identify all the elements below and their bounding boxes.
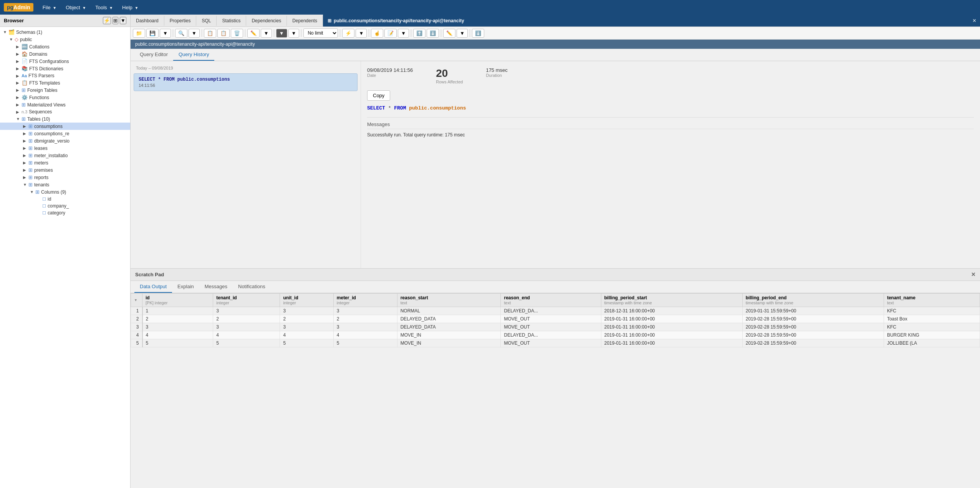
tab-data-output[interactable]: Data Output bbox=[134, 281, 172, 293]
separator-5 bbox=[301, 29, 301, 37]
col-type-unit-id: integer bbox=[283, 300, 330, 305]
col-header-id[interactable]: id [PK] integer bbox=[142, 294, 213, 307]
sidebar-item-fts-templates[interactable]: ▶ 📋 FTS Templates bbox=[0, 79, 130, 86]
tab-notifications[interactable]: Notifications bbox=[233, 281, 271, 293]
sidebar-item-collations[interactable]: ▶ 🔤 Collations bbox=[0, 43, 130, 50]
meters-arrow-icon: ▶ bbox=[23, 161, 28, 165]
find-btn[interactable]: 🔍 bbox=[175, 29, 187, 38]
menu-help[interactable]: Help ▼ bbox=[118, 3, 142, 12]
meter-installation-icon: ⊞ bbox=[28, 153, 33, 158]
format-down-btn[interactable]: ⬇️ bbox=[427, 29, 439, 38]
sidebar-filter-btn[interactable]: ▼ bbox=[120, 17, 126, 24]
table-row[interactable]: 1 1 3 3 3 NORMAL DELAYED_DA... 2018-12-3… bbox=[131, 307, 980, 315]
col-header-unit-id[interactable]: unit_id integer bbox=[280, 294, 333, 307]
format-up-btn[interactable]: ⬆️ bbox=[413, 29, 425, 38]
col-header-meter-id[interactable]: meter_id integer bbox=[333, 294, 397, 307]
run-btn[interactable]: ⚡ bbox=[342, 29, 354, 38]
scratch-pad-close-btn[interactable]: × bbox=[971, 271, 975, 279]
query-toolbar: 📁 💾 ▼ 🔍 ▼ 📋 📋 🗑️ ✏️ ▼ ▼ ▼ No limit bbox=[131, 27, 980, 40]
sidebar-item-consumptions-re[interactable]: ▶ ⊞ consumptions_re bbox=[0, 130, 130, 137]
sidebar-item-consumptions[interactable]: ▶ ⊞ consumptions bbox=[0, 123, 130, 130]
tab-properties[interactable]: Properties bbox=[164, 16, 197, 26]
table-row[interactable]: 4 4 4 4 4 MOVE_IN DELAYED_DA... 2019-01-… bbox=[131, 331, 980, 339]
history-entry-0[interactable]: SELECT * FROM public.consumptions 14:11:… bbox=[134, 73, 358, 91]
col-header-billing-start[interactable]: billing_period_start timestamp with time… bbox=[601, 294, 742, 307]
sidebar-item-fts-parsers[interactable]: ▶ Aa FTS Parsers bbox=[0, 72, 130, 79]
kw-from: FROM bbox=[394, 105, 406, 111]
cell-billing-start: 2019-01-31 16:00:00+00 bbox=[601, 323, 742, 331]
paste-btn[interactable]: 📋 bbox=[217, 29, 230, 38]
col-header-billing-end[interactable]: billing_period_end timestamp with time z… bbox=[742, 294, 884, 307]
data-table-body: 1 1 3 3 3 NORMAL DELAYED_DA... 2018-12-3… bbox=[131, 307, 980, 347]
path-tab-close[interactable]: × bbox=[969, 15, 980, 27]
sidebar-item-mat-views[interactable]: ▶ ⊞ Materialized Views bbox=[0, 101, 130, 108]
edit-btn[interactable]: ✏️ bbox=[247, 29, 260, 38]
columns-group-label: Columns (9) bbox=[41, 189, 66, 195]
sidebar-item-functions[interactable]: ▶ ⚙️ Functions bbox=[0, 94, 130, 101]
menu-tools[interactable]: Tools ▼ bbox=[91, 3, 117, 12]
col-header-tenant-id[interactable]: tenant_id integer bbox=[213, 294, 280, 307]
sidebar-item-meters[interactable]: ▶ ⊞ meters bbox=[0, 159, 130, 166]
sidebar-item-columns-group[interactable]: ▼ ⊞ Columns (9) bbox=[0, 188, 130, 196]
tab-statistics[interactable]: Statistics bbox=[217, 16, 246, 26]
sidebar-item-sequences[interactable]: ▶ n.3 Sequences bbox=[0, 108, 130, 115]
save-dropdown-btn[interactable]: ▼ bbox=[160, 29, 171, 38]
tab-dashboard[interactable]: Dashboard bbox=[131, 16, 164, 26]
run-dropdown-btn[interactable]: ▼ bbox=[356, 29, 367, 38]
tab-explain[interactable]: Explain bbox=[172, 281, 199, 293]
col-header-reason-end[interactable]: reason_end text bbox=[501, 294, 601, 307]
sidebar-item-col-id[interactable]: ☐ id bbox=[0, 196, 130, 203]
open-file-btn[interactable]: 📁 bbox=[133, 29, 145, 38]
tab-query-history[interactable]: Query History bbox=[173, 49, 214, 61]
col-header-reason-start[interactable]: reason_start text bbox=[397, 294, 501, 307]
cursor-btn[interactable]: ☝️ bbox=[371, 29, 383, 38]
functions-icon: ⚙️ bbox=[22, 95, 28, 100]
filter-dropdown-btn[interactable]: ▼ bbox=[288, 29, 300, 38]
sidebar-item-domains[interactable]: ▶ 🏠 Domains bbox=[0, 50, 130, 58]
sidebar-grid-btn[interactable]: ⊞ bbox=[113, 17, 118, 24]
more-btn[interactable]: ✏️ bbox=[443, 29, 455, 38]
col-header-tenant-name[interactable]: tenant_name text bbox=[884, 294, 980, 307]
fts-parsers-label: FTS Parsers bbox=[28, 73, 54, 78]
tab-dependents[interactable]: Dependents bbox=[287, 16, 323, 26]
sidebar-item-reports[interactable]: ▶ ⊞ reports bbox=[0, 174, 130, 181]
menu-object[interactable]: Object ▼ bbox=[62, 3, 90, 12]
sidebar-item-fts-configs[interactable]: ▶ 📄 FTS Configurations bbox=[0, 58, 130, 65]
meta-duration: 175 msec Duration bbox=[486, 67, 507, 84]
menu-file[interactable]: File ▼ bbox=[39, 3, 60, 12]
tab-messages[interactable]: Messages bbox=[199, 281, 233, 293]
sidebar-item-col-category[interactable]: ☐ category bbox=[0, 209, 130, 216]
sidebar-item-schemas[interactable]: ▼ 🗂️ Schemas (1) bbox=[0, 28, 130, 36]
sidebar-item-public[interactable]: ▼ ◇ public bbox=[0, 36, 130, 43]
text-btn[interactable]: 📝 bbox=[384, 29, 397, 38]
save-btn[interactable]: 💾 bbox=[146, 29, 159, 38]
limit-select[interactable]: No limit 1000 rows 500 rows 100 rows bbox=[303, 28, 338, 38]
reports-arrow-icon: ▶ bbox=[23, 175, 28, 179]
copy-btn[interactable]: 📋 bbox=[204, 29, 216, 38]
sidebar-item-dbmigrate[interactable]: ▶ ⊞ dbmigrate_versio bbox=[0, 137, 130, 144]
text-dropdown-btn[interactable]: ▼ bbox=[398, 29, 409, 38]
sidebar-item-foreign-tables[interactable]: ▶ ⊞ Foreign Tables bbox=[0, 86, 130, 94]
delete-btn[interactable]: 🗑️ bbox=[231, 29, 243, 38]
sidebar-item-col-company[interactable]: ☐ company_ bbox=[0, 203, 130, 209]
find-dropdown-btn[interactable]: ▼ bbox=[189, 29, 200, 38]
table-row[interactable]: 3 3 3 3 3 DELAYED_DATA MOVE_OUT 2019-01-… bbox=[131, 323, 980, 331]
sidebar-item-premises[interactable]: ▶ ⊞ premises bbox=[0, 166, 130, 174]
sidebar-item-leases[interactable]: ▶ ⊞ leases bbox=[0, 144, 130, 152]
tab-dependencies[interactable]: Dependencies bbox=[246, 16, 287, 26]
more-dropdown-btn[interactable]: ▼ bbox=[457, 29, 468, 38]
download-btn[interactable]: ⬇️ bbox=[472, 29, 484, 38]
sidebar-item-meter-installation[interactable]: ▶ ⊞ meter_installatio bbox=[0, 152, 130, 159]
sidebar-item-tenants[interactable]: ▼ ⊞ tenants bbox=[0, 181, 130, 188]
table-row[interactable]: 5 5 5 5 5 MOVE_IN MOVE_OUT 2019-01-31 16… bbox=[131, 339, 980, 347]
sidebar-item-fts-dicts[interactable]: ▶ 📚 FTS Dictionaries bbox=[0, 65, 130, 72]
table-row[interactable]: 2 2 2 2 2 DELAYED_DATA MOVE_OUT 2019-01-… bbox=[131, 315, 980, 323]
tab-sql[interactable]: SQL bbox=[196, 16, 217, 26]
sidebar-item-tables[interactable]: ▼ ⊞ Tables (10) bbox=[0, 115, 130, 123]
tab-query-editor[interactable]: Query Editor bbox=[134, 49, 173, 61]
filter-btn[interactable]: ▼ bbox=[276, 29, 287, 38]
edit-dropdown-btn[interactable]: ▼ bbox=[261, 29, 272, 38]
copy-query-btn[interactable]: Copy bbox=[367, 90, 390, 101]
sidebar-refresh-btn[interactable]: ⚡ bbox=[103, 17, 111, 24]
meta-date-value: 09/08/2019 14:11:56 bbox=[367, 67, 413, 73]
